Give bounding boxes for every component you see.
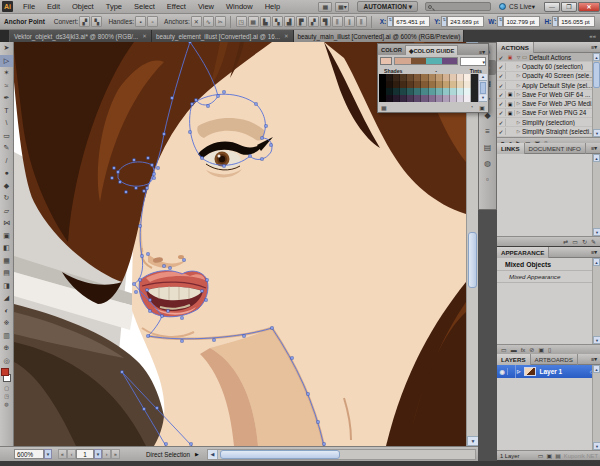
dock-collapse-strip[interactable]: «« — [497, 30, 600, 42]
document-tab-2[interactable]: beauty_element_illust [Converted].ai @ 1… — [152, 30, 294, 42]
stroke-icon[interactable]: ≡ — [479, 124, 496, 139]
app-logo-icon[interactable]: Ai — [2, 1, 13, 12]
relink-icon[interactable]: ⇄ — [563, 238, 568, 245]
color-swatch[interactable] — [421, 88, 428, 95]
color-swatch[interactable] — [429, 81, 436, 88]
tab-document-info[interactable]: DOCUMENT INFO — [525, 143, 586, 154]
color-swatch[interactable] — [414, 81, 421, 88]
align-middle-icon[interactable]: ▞ — [308, 16, 319, 27]
color-swatch[interactable] — [429, 95, 436, 102]
panel-menu-icon[interactable]: ≡▾ — [479, 49, 488, 55]
color-swatch[interactable] — [393, 88, 400, 95]
expand-triangle-icon[interactable]: ▷ — [515, 83, 522, 88]
new-sublayer-icon[interactable]: ▣ — [547, 452, 553, 459]
next-artboard-icon[interactable]: › — [102, 449, 111, 459]
tab-links[interactable]: LINKS — [497, 143, 525, 154]
new-stroke-icon[interactable]: ▭ — [501, 346, 507, 353]
tab-close-icon[interactable]: ✕ — [142, 33, 147, 39]
tab-artboards[interactable]: ARTBOARDS — [531, 354, 578, 365]
save-to-swatches-icon[interactable]: ▣ — [479, 104, 485, 111]
menu-help[interactable]: Help — [259, 0, 286, 13]
color-swatch[interactable] — [436, 95, 443, 102]
expand-triangle-icon[interactable]: ▷ — [515, 64, 522, 69]
color-swatch[interactable] — [379, 74, 386, 81]
toggle-item-checkbox[interactable]: ✓ — [497, 63, 506, 70]
action-row[interactable]: ✓▣▷Save For Web JPG Medi... — [497, 99, 592, 108]
panel-menu-icon[interactable]: ≡▾ — [591, 44, 600, 50]
color-swatch[interactable] — [450, 88, 457, 95]
hand-tool[interactable]: ⊕ — [0, 342, 13, 355]
minimize-button[interactable]: — — [544, 2, 560, 12]
fill-swatch[interactable] — [1, 368, 9, 376]
color-swatch[interactable] — [393, 81, 400, 88]
color-swatch[interactable] — [421, 81, 428, 88]
lock-toggle[interactable] — [508, 365, 516, 378]
color-swatch[interactable] — [407, 88, 414, 95]
actions-scrollbar[interactable]: ▲▼ — [592, 53, 600, 137]
action-row[interactable]: ✓▣▷Save For Web PNG 24 — [497, 109, 592, 118]
tab-appearance[interactable]: APPEARANCE — [497, 247, 549, 258]
dialog-toggle[interactable]: ▣ — [506, 54, 515, 60]
field-value[interactable]: 243.689 pt — [447, 16, 484, 27]
direct-selection-tool[interactable]: ▷ — [0, 55, 13, 68]
scale-tool[interactable]: ▱ — [0, 205, 13, 218]
layer-name[interactable]: Layer 1 — [539, 368, 562, 375]
search-input[interactable] — [425, 2, 491, 11]
zoom-tool[interactable]: ◎ — [0, 355, 13, 368]
artboard-number-field[interactable]: 1 — [76, 449, 94, 459]
dialog-toggle[interactable]: ▣ — [506, 101, 515, 107]
tab-close-icon[interactable]: ✕ — [284, 33, 289, 39]
rectangle-tool[interactable]: ▭ — [0, 130, 13, 143]
color-swatch[interactable] — [393, 74, 400, 81]
color-swatch[interactable] — [443, 81, 450, 88]
align-top-icon[interactable]: ▛ — [296, 16, 307, 27]
color-swatch[interactable] — [407, 74, 414, 81]
expand-triangle-icon[interactable]: ▷ — [517, 369, 520, 374]
expand-triangle-icon[interactable]: ▷ — [515, 101, 522, 106]
zoom-dropdown-icon[interactable]: ▼ — [44, 449, 52, 459]
pen-tool[interactable]: ✒ — [0, 92, 13, 105]
color-swatch[interactable] — [464, 81, 471, 88]
pencil-tool[interactable]: / — [0, 155, 13, 168]
color-swatch[interactable] — [436, 74, 443, 81]
new-fill-icon[interactable]: ▬ — [511, 347, 517, 353]
selection-tool[interactable]: ➤ — [0, 42, 13, 55]
dialog-toggle[interactable]: ▣ — [506, 91, 515, 97]
appearance-scrollbar[interactable]: ▲▼ — [592, 258, 600, 344]
color-swatch[interactable] — [436, 81, 443, 88]
expand-triangle-icon[interactable]: ▷ — [515, 110, 522, 115]
free-transform-tool[interactable]: ▣ — [0, 230, 13, 243]
expand-triangle-icon[interactable]: ▷ — [515, 129, 522, 134]
menu-select[interactable]: Select — [128, 0, 161, 13]
close-button[interactable]: ✕ — [578, 2, 600, 12]
document-tab-1[interactable]: Vektor_objekt_ds34jkl3.ai* @ 800% (RGB/.… — [10, 30, 152, 42]
action-row[interactable]: ✓▷Opacity 40 Screen (sele... — [497, 72, 592, 81]
artboard-dropdown-icon[interactable]: ▼ — [94, 449, 102, 459]
lasso-tool[interactable]: ≈ — [0, 80, 13, 93]
expand-triangle-icon[interactable]: ▽ — [515, 55, 522, 60]
color-swatch[interactable] — [400, 74, 407, 81]
clear-appearance-icon[interactable]: ⊘ — [529, 346, 534, 353]
limit-colors-icon[interactable]: ▦ — [381, 104, 387, 111]
color-swatch[interactable] — [400, 95, 407, 102]
menu-effect[interactable]: Effect — [161, 0, 192, 13]
arrange-documents-icon[interactable]: ▦▾ — [335, 2, 349, 12]
menu-view[interactable]: View — [192, 0, 220, 13]
type-tool[interactable]: T — [0, 105, 13, 118]
action-row[interactable]: ✓▣▷Save For Web GIF 64 ... — [497, 90, 592, 99]
mesh-tool[interactable]: ▤ — [0, 267, 13, 280]
expand-triangle-icon[interactable]: ▷ — [515, 120, 522, 125]
color-variations-grid[interactable]: ▲▼ — [379, 74, 487, 102]
color-swatch[interactable] — [464, 88, 471, 95]
base-color-swatch[interactable] — [380, 57, 392, 65]
document-tab-3[interactable]: beauty_main_illust [Converted].ai @ 600%… — [294, 30, 464, 42]
panel-menu-icon[interactable]: ≡▾ — [591, 145, 600, 151]
tab-color[interactable]: COLOR — [378, 45, 405, 55]
gradient-tool[interactable]: ◨ — [0, 280, 13, 293]
first-artboard-icon[interactable]: « — [58, 449, 67, 459]
toggle-item-checkbox[interactable]: ✓ — [497, 109, 506, 116]
graphic-styles-icon[interactable]: ▫ — [479, 172, 496, 187]
color-swatch[interactable] — [429, 74, 436, 81]
last-artboard-icon[interactable]: » — [111, 449, 120, 459]
color-swatch[interactable] — [429, 88, 436, 95]
